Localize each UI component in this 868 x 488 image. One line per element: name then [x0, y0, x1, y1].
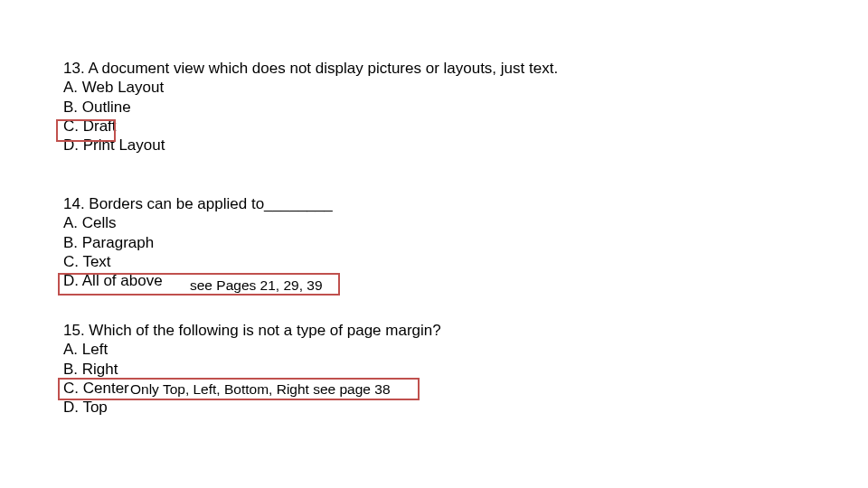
q15-option-d: D. Top: [63, 398, 441, 417]
q13-question: 13. A document view which does not displ…: [63, 59, 558, 78]
q15-note: Only Top, Left, Bottom, Right see page 3…: [130, 380, 391, 398]
q14-option-c: C. Text: [63, 252, 333, 271]
question-15-block: 15. Which of the following is not a type…: [63, 321, 441, 417]
q14-question: 14. Borders can be applied to________: [63, 194, 333, 213]
q13-option-a: A. Web Layout: [63, 78, 558, 97]
q15-question: 15. Which of the following is not a type…: [63, 321, 441, 340]
quiz-page: 13. A document view which does not displ…: [0, 0, 868, 488]
q14-option-a: A. Cells: [63, 213, 333, 232]
q14-note: see Pages 21, 29, 39: [190, 277, 323, 294]
q14-option-b: B. Paragraph: [63, 233, 333, 252]
q13-option-d: D. Print Layout: [63, 136, 558, 155]
question-13-block: 13. A document view which does not displ…: [63, 59, 558, 155]
q15-option-a: A. Left: [63, 340, 441, 359]
q15-option-b: B. Right: [63, 360, 441, 379]
q13-option-b: B. Outline: [63, 98, 558, 117]
q13-option-c: C. Draft: [63, 117, 558, 136]
